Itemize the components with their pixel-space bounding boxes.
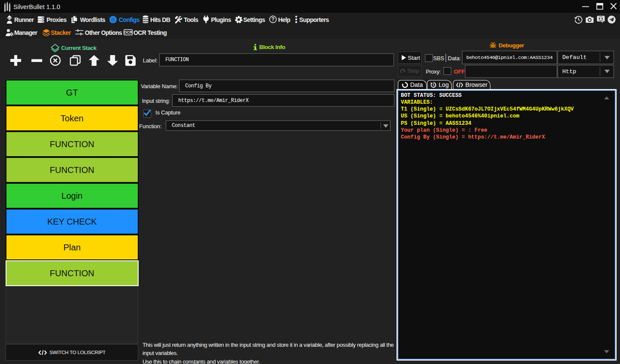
svg-text:?: ? [271,16,274,22]
svg-text:OCR: OCR [124,30,133,34]
